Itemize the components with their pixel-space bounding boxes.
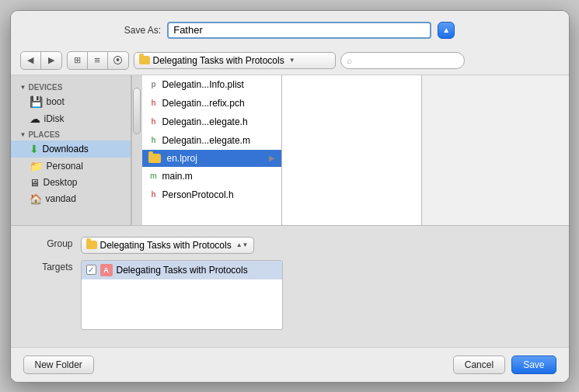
sidebar-item-downloads[interactable]: ⬇ Downloads [11,140,131,158]
sidebar-item-idisk[interactable]: ☁ iDisk [11,110,131,127]
icon-view-button[interactable]: ⊞ [68,52,88,69]
file-name: main.m [162,171,193,182]
file-column-2 [282,75,422,225]
sidebar-item-label-personal: Personal [47,161,83,172]
group-folder-icon [86,241,97,249]
triangle-icon: ▼ [20,84,26,91]
folder-icon [148,154,161,163]
plist-icon: p [148,78,159,91]
sidebar-item-label-vandad: vandad [46,193,76,204]
footer-actions: Cancel Save [453,356,556,374]
folder-icon [139,56,150,64]
file-name: Delegatin...elegate.h [162,116,248,127]
bottom-panel: Group Delegating Tasks with Protocols ▲▼… [11,225,569,347]
group-value: Delegating Tasks with Protocols [100,240,232,251]
view-group: ⊞ ≡ ⦿ [67,51,129,70]
target-name: Delegating Tasks with Protocols [117,265,248,276]
list-view-button[interactable]: ≡ [88,52,108,69]
group-dropdown[interactable]: Delegating Tasks with Protocols ▲▼ [81,237,254,254]
filename-input[interactable] [167,22,431,39]
downloads-icon: ⬇ [30,143,39,155]
file-name: en.lproj [167,153,197,164]
top-bar: Save As: ▲ [11,11,569,47]
new-folder-button[interactable]: New Folder [23,356,94,374]
back-button[interactable]: ◀ [21,52,41,69]
save-button[interactable]: Save [511,356,556,374]
targets-row: Targets ✓ A Delegating Tasks with Protoc… [26,260,553,330]
footer: New Folder Cancel Save [11,347,569,382]
search-input[interactable] [340,52,465,69]
sidebar-item-desktop[interactable]: 🖥 Desktop [11,175,131,191]
personal-icon: 📁 [30,160,43,172]
main-area: ▼ DEVICES 💾 boot ☁ iDisk ▼ PLACES ⬇ Down… [11,75,569,225]
group-row: Group Delegating Tasks with Protocols ▲▼ [26,237,553,254]
cancel-button[interactable]: Cancel [453,356,505,374]
h-icon: h [148,97,159,109]
sidebar-item-label-idisk: iDisk [44,113,65,124]
triangle-icon-places: ▼ [20,131,26,138]
file-name: Delegatin...elegate.m [162,135,250,146]
target-item[interactable]: ✓ A Delegating Tasks with Protocols [82,261,282,279]
sidebar: ▼ DEVICES 💾 boot ☁ iDisk ▼ PLACES ⬇ Down… [11,75,131,225]
h-icon: h [148,189,159,201]
save-dialog: Save As: ▲ ◀ ▶ ⊞ ≡ ⦿ Delegating Tasks wi… [10,10,570,383]
group-dropdown-arrow: ▲▼ [236,241,249,248]
h-icon: h [148,116,159,128]
m-icon: m [148,170,159,182]
sidebar-item-vandad[interactable]: 🏠 vandad [11,191,131,207]
file-name: PersonProtocol.h [162,189,234,200]
targets-box: ✓ A Delegating Tasks with Protocols [81,260,283,330]
toolbar: ◀ ▶ ⊞ ≡ ⦿ Delegating Tasks with Protocol… [11,47,569,75]
location-dropdown[interactable]: Delegating Tasks with Protocols ▼ [134,52,336,69]
target-checkbox[interactable]: ✓ [86,265,96,275]
group-label: Group [26,237,73,249]
column-resize-handle[interactable] [260,75,263,225]
search-container: ⌕ [340,52,465,69]
file-browser: p Delegatin...Info.plist h Delegatin...r… [131,75,569,225]
m-icon: h [148,134,159,147]
arrow-right-icon: ▶ [269,154,275,162]
forward-button[interactable]: ▶ [41,52,61,69]
targets-label: Targets [26,260,73,272]
nav-group: ◀ ▶ [20,51,62,70]
devices-section-header: ▼ DEVICES [11,80,131,93]
sidebar-scrollbar[interactable] [131,75,142,225]
desktop-icon: 🖥 [30,177,40,189]
column-view-button[interactable]: ⦿ [108,52,128,69]
sidebar-item-label-desktop: Desktop [44,177,78,188]
sidebar-item-label-downloads: Downloads [43,144,89,154]
places-section-header: ▼ PLACES [11,127,131,140]
boot-icon: 💾 [30,95,43,108]
sidebar-item-label-boot: boot [47,96,65,107]
vandad-icon: 🏠 [30,193,42,205]
location-label: Delegating Tasks with Protocols [153,55,284,66]
sidebar-item-boot[interactable]: 💾 boot [11,93,131,110]
file-name: Delegatin...refix.pch [162,98,245,109]
idisk-icon: ☁ [30,113,40,125]
dropdown-arrow-icon: ▼ [289,57,295,64]
file-name: Delegatin...Info.plist [162,79,244,90]
sidebar-item-personal[interactable]: 📁 Personal [11,158,131,175]
expand-button[interactable]: ▲ [438,22,455,39]
target-app-icon: A [100,264,113,276]
save-as-label: Save As: [124,25,161,36]
file-column-3 [422,75,569,225]
scrollbar-thumb[interactable] [133,88,141,134]
